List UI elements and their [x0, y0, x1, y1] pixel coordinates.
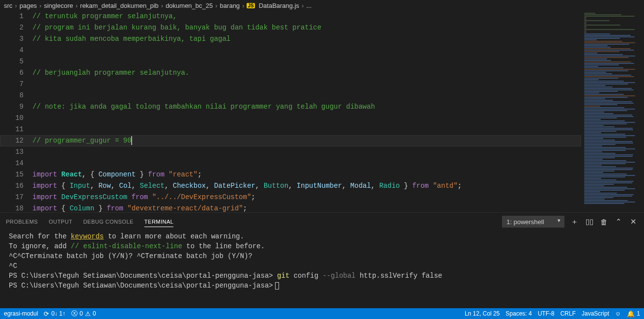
- panel-actions: 1: powershell ＋ ▯▯ 🗑 ⌃ ✕: [502, 216, 638, 228]
- code-text: // program ini berjalan kurang baik, ban…: [32, 22, 321, 33]
- tab-terminal[interactable]: TERMINAL: [144, 217, 174, 227]
- terminal-selector-wrap[interactable]: 1: powershell: [502, 216, 564, 228]
- crumb[interactable]: barang: [220, 2, 240, 9]
- status-sync[interactable]: ⟳0↓ 1↑: [44, 310, 65, 318]
- line-number: 4: [0, 45, 32, 56]
- terminal-selector[interactable]: 1: powershell: [502, 216, 564, 228]
- line-number: 16: [0, 180, 32, 192]
- punct: }: [94, 204, 107, 212]
- trash-icon[interactable]: 🗑: [600, 218, 609, 226]
- code-line[interactable]: 10: [0, 113, 581, 124]
- punct: {: [57, 204, 69, 212]
- punct: }: [400, 182, 412, 190]
- term-text: To ignore, add: [9, 242, 71, 250]
- term-prompt: PS C:\Users\Teguh Setiawan\Documents\cei…: [9, 282, 273, 290]
- keywords-link[interactable]: keywords: [71, 232, 104, 240]
- code-line[interactable]: 8: [0, 90, 581, 101]
- code-line[interactable]: 18 import { Column } from "devextreme-re…: [0, 203, 581, 212]
- code-line[interactable]: 1// teruntuk programmer selanjutnya,: [0, 11, 581, 22]
- panel: PROBLEMS OUTPUT DEBUG CONSOLE TERMINAL 1…: [0, 212, 644, 308]
- line-number: 10: [0, 113, 32, 124]
- breadcrumb[interactable]: src› pages› singlecore› rekam_detail_dok…: [0, 0, 644, 11]
- tab-debug-console[interactable]: DEBUG CONSOLE: [83, 217, 133, 227]
- status-branch[interactable]: egrasi-modul: [4, 310, 38, 317]
- line-number: 17: [0, 192, 32, 203]
- panel-tabs: PROBLEMS OUTPUT DEBUG CONSOLE TERMINAL 1…: [0, 213, 644, 231]
- punct: ;: [251, 193, 255, 201]
- terminal-output[interactable]: Search for the keywords to learn more ab…: [0, 231, 644, 308]
- term-cmd: git: [277, 272, 289, 280]
- notifications[interactable]: 🔔1: [627, 310, 640, 318]
- code-text: // kita sudah mencoba memperbaikinya, ta…: [32, 33, 230, 45]
- punct: ;: [243, 204, 247, 212]
- string: "devextreme-react/data-grid": [127, 204, 243, 212]
- crumb[interactable]: ...: [306, 2, 311, 9]
- term-text: http.sslVerify false: [360, 272, 442, 280]
- status-spaces[interactable]: Spaces: 4: [505, 310, 532, 317]
- code-line[interactable]: 17 import DevExpressCustom from "../../D…: [0, 192, 581, 203]
- code-line[interactable]: 7: [0, 79, 581, 90]
- line-number: 5: [0, 56, 32, 67]
- crumb[interactable]: pages: [20, 2, 37, 9]
- code-line[interactable]: 3// kita sudah mencoba memperbaikinya, t…: [0, 33, 581, 45]
- code-line[interactable]: 13: [0, 146, 581, 158]
- minimap[interactable]: [581, 11, 644, 212]
- string: "antd": [433, 182, 457, 190]
- code-line[interactable]: 9// note: jika anda gagal tolong tambahk…: [0, 101, 581, 113]
- crumb[interactable]: rekam_detail_dokumen_pib: [80, 2, 159, 9]
- code-text: [32, 45, 36, 56]
- status-language[interactable]: JavaScript: [582, 310, 609, 317]
- code-line[interactable]: 2// program ini berjalan kurang baik, ba…: [0, 22, 581, 33]
- code-line[interactable]: 11: [0, 124, 581, 135]
- editor-content[interactable]: 1// teruntuk programmer selanjutnya,2// …: [0, 11, 581, 212]
- crumb[interactable]: DataBarang.js: [259, 2, 299, 9]
- identifier-list: Input, Row, Col, Select, Checkbox, DateP…: [70, 182, 400, 190]
- editor[interactable]: 1// teruntuk programmer selanjutnya,2// …: [0, 11, 644, 212]
- line-number: 15: [0, 169, 32, 180]
- chevron-up-icon[interactable]: ⌃: [615, 217, 623, 226]
- crumb[interactable]: singlecore: [44, 2, 73, 9]
- line-number: 14: [0, 158, 32, 169]
- punct: }: [136, 171, 148, 178]
- terminal-cursor: [275, 282, 279, 290]
- code-line[interactable]: 6// berjuanglah programmer selanjutnya.: [0, 67, 581, 79]
- chevron-right-icon: ›: [161, 2, 163, 9]
- crumb[interactable]: src: [4, 2, 12, 9]
- new-terminal-icon[interactable]: ＋: [570, 217, 579, 227]
- line-number: 6: [0, 67, 32, 79]
- tab-problems[interactable]: PROBLEMS: [6, 217, 38, 227]
- line-number: 11: [0, 124, 32, 135]
- status-eol[interactable]: CRLF: [560, 310, 576, 317]
- feedback-icon[interactable]: ☺: [615, 310, 621, 317]
- line-number: 13: [0, 146, 32, 158]
- status-cursor-pos[interactable]: Ln 12, Col 25: [465, 310, 500, 317]
- code-line[interactable]: 15 import React, { Component } from "rea…: [0, 169, 581, 180]
- code-text: [32, 146, 36, 158]
- tab-output[interactable]: OUTPUT: [49, 217, 72, 227]
- status-encoding[interactable]: UTF-8: [538, 310, 555, 317]
- close-icon[interactable]: ✕: [629, 217, 638, 226]
- code-line[interactable]: 14: [0, 158, 581, 169]
- code-line[interactable]: 16 import { Input, Row, Col, Select, Che…: [0, 180, 581, 192]
- split-terminal-icon[interactable]: ▯▯: [585, 217, 594, 226]
- code-text: // teruntuk programmer selanjutnya,: [32, 11, 177, 22]
- crumb[interactable]: dokumen_bc_25: [166, 2, 213, 9]
- line-number: 3: [0, 33, 32, 45]
- code-line[interactable]: 5: [0, 56, 581, 67]
- line-number: 1: [0, 11, 32, 22]
- status-errors[interactable]: ⓧ0 ⚠0: [71, 309, 96, 318]
- keyword: from: [107, 204, 123, 212]
- code-line[interactable]: 4: [0, 45, 581, 56]
- line-number: 8: [0, 90, 32, 101]
- keyword: from: [412, 182, 429, 190]
- line-number: 2: [0, 22, 32, 33]
- identifier: Component: [98, 171, 136, 178]
- bell-icon: 🔔: [627, 310, 635, 318]
- code-line[interactable]: 12// programmer_gugur = 90: [0, 135, 581, 146]
- keyword: from: [148, 171, 165, 178]
- punct: ;: [458, 182, 462, 190]
- status-bar: egrasi-modul ⟳0↓ 1↑ ⓧ0 ⚠0 Ln 12, Col 25 …: [0, 308, 644, 319]
- warning-icon: ⚠: [85, 310, 91, 318]
- string: "../../DevExpressCustom": [152, 193, 252, 201]
- code-text: [32, 113, 36, 124]
